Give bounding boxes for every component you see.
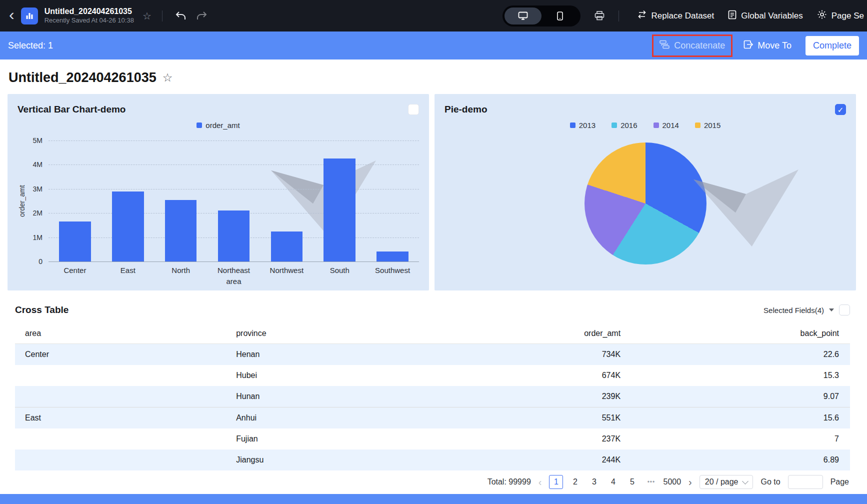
bar-northeast[interactable] (218, 210, 250, 262)
page-number-4[interactable]: 4 (606, 475, 620, 489)
mobile-preview-toggle[interactable] (542, 8, 578, 24)
bar-column (366, 140, 419, 262)
page-settings-label: Page Se (832, 11, 864, 21)
page-number-3[interactable]: 3 (587, 475, 601, 489)
table-header-row: areaprovinceorder_amtback_point (15, 324, 850, 344)
device-preview-toggle[interactable] (502, 6, 580, 26)
pie-card-checkbox[interactable]: ✓ (835, 104, 846, 115)
table-row: EastAnhui551K15.6 (15, 408, 850, 429)
bar-center[interactable] (59, 222, 91, 262)
bar-south[interactable] (324, 158, 356, 262)
complete-button[interactable]: Complete (806, 36, 859, 56)
bar-column (48, 140, 102, 262)
cell-back-point: 22.6 (624, 344, 850, 366)
x-tick-label: Center (48, 266, 102, 274)
prev-page-icon[interactable]: ‹ (538, 477, 542, 487)
cell-province: Henan (232, 344, 466, 366)
page-settings-button[interactable]: Page Se (817, 10, 864, 22)
legend-item-2014[interactable]: 2014 (654, 120, 679, 130)
y-tick-label: 4M (33, 160, 42, 168)
y-tick-label: 5M (33, 136, 42, 144)
app-logo-icon (21, 8, 38, 24)
x-tick-label: South (313, 266, 366, 274)
cell-back-point: 6.89 (624, 450, 850, 470)
page-number-5[interactable]: 5 (625, 475, 639, 489)
bar-column (208, 140, 260, 262)
legend-item-2015[interactable]: 2015 (695, 120, 720, 130)
concatenate-icon (660, 40, 670, 52)
column-header-back_point[interactable]: back_point (624, 324, 850, 344)
desktop-preview-toggle[interactable] (504, 8, 542, 24)
cell-back-point: 15.6 (624, 408, 850, 429)
selected-fields-label[interactable]: Selected Fields(4) (764, 306, 824, 314)
column-header-order_amt[interactable]: order_amt (466, 324, 624, 344)
goto-page-input[interactable] (788, 475, 823, 489)
page-size-value: 20 / page (705, 478, 738, 486)
total-count-label: Total: 99999 (488, 478, 531, 486)
page-number-5000[interactable]: 5000 (663, 475, 681, 489)
document-titles: Untitled_202404261035 Recently Saved At … (44, 6, 134, 26)
bar-column (154, 140, 208, 262)
cell-province: Fujian (232, 428, 466, 450)
page-suffix-label: Page (830, 478, 849, 486)
next-page-icon[interactable]: › (688, 477, 692, 487)
table-row: Fujian237K7 (15, 428, 850, 450)
cell-area (15, 428, 232, 450)
pie-chart[interactable] (584, 142, 706, 264)
legend-item-order-amt[interactable]: order_amt (196, 120, 240, 130)
cell-back-point: 15.3 (624, 365, 850, 386)
undo-icon[interactable] (173, 9, 188, 23)
bar-chart-title: Vertical Bar Chart-demo (18, 104, 126, 115)
legend-item-2016[interactable]: 2016 (612, 120, 637, 130)
bar-card-checkbox[interactable] (408, 104, 419, 115)
legend-label: order_amt (206, 121, 240, 130)
page-number-1[interactable]: 1 (549, 475, 563, 489)
x-tick-label: North (154, 266, 208, 274)
cell-order-amt: 244K (466, 450, 624, 470)
caret-down-icon[interactable] (829, 308, 834, 312)
cell-area (15, 450, 232, 470)
cross-table-section: Cross Table Selected Fields(4) areaprovi… (15, 304, 850, 489)
cell-province: Hubei (232, 365, 466, 386)
bar-north[interactable] (165, 200, 197, 262)
cell-province: Jiangsu (232, 450, 466, 470)
page-numbers: 12345•••5000 (549, 475, 681, 489)
cell-order-amt: 237K (466, 428, 624, 450)
legend-item-2013[interactable]: 2013 (570, 120, 596, 130)
y-tick-label: 2M (33, 209, 42, 217)
redo-icon[interactable] (194, 9, 210, 23)
cell-order-amt: 734K (466, 344, 624, 366)
concatenate-button[interactable]: Concatenate (653, 36, 732, 56)
cell-province: Hunan (232, 386, 466, 408)
column-header-area[interactable]: area (15, 324, 232, 344)
pie-chart-card[interactable]: Pie-demo ✓ 2013201620142015 (434, 94, 856, 290)
page-star-icon[interactable]: ☆ (162, 71, 173, 84)
page-number-2[interactable]: 2 (568, 475, 582, 489)
bottom-bar (0, 494, 867, 504)
x-axis-title: area (48, 277, 419, 286)
bars (48, 140, 419, 262)
y-axis: 01M2M3M4M5M (26, 140, 48, 262)
page-size-select[interactable]: 20 / page (700, 475, 754, 489)
favorite-star-icon[interactable]: ☆ (142, 10, 152, 22)
pie-chart-legend: 2013201620142015 (444, 120, 846, 130)
print-icon[interactable] (592, 9, 606, 22)
column-header-province[interactable]: province (232, 324, 466, 344)
table-row: Hubei674K15.3 (15, 365, 850, 386)
watermark-icon (694, 159, 798, 248)
table-row: Hunan239K9.07 (15, 386, 850, 408)
swap-icon (637, 10, 647, 22)
replace-dataset-button[interactable]: Replace Dataset (637, 10, 714, 22)
x-tick-label: Northeast (208, 266, 260, 274)
bar-chart-card[interactable]: Vertical Bar Chart-demo order_amt order_… (8, 94, 429, 290)
cross-table-title: Cross Table (15, 304, 68, 316)
bar-northwest[interactable] (271, 232, 303, 262)
selected-count-label: Selected: 1 (8, 40, 53, 51)
cross-table-checkbox[interactable] (839, 304, 850, 316)
move-to-icon (744, 40, 753, 52)
move-to-button[interactable]: Move To (744, 40, 792, 52)
cross-table: areaprovinceorder_amtback_point CenterHe… (15, 324, 850, 470)
global-variables-button[interactable]: Global Variables (728, 10, 802, 22)
bar-east[interactable] (112, 192, 144, 262)
bar-southwest[interactable] (376, 252, 408, 262)
